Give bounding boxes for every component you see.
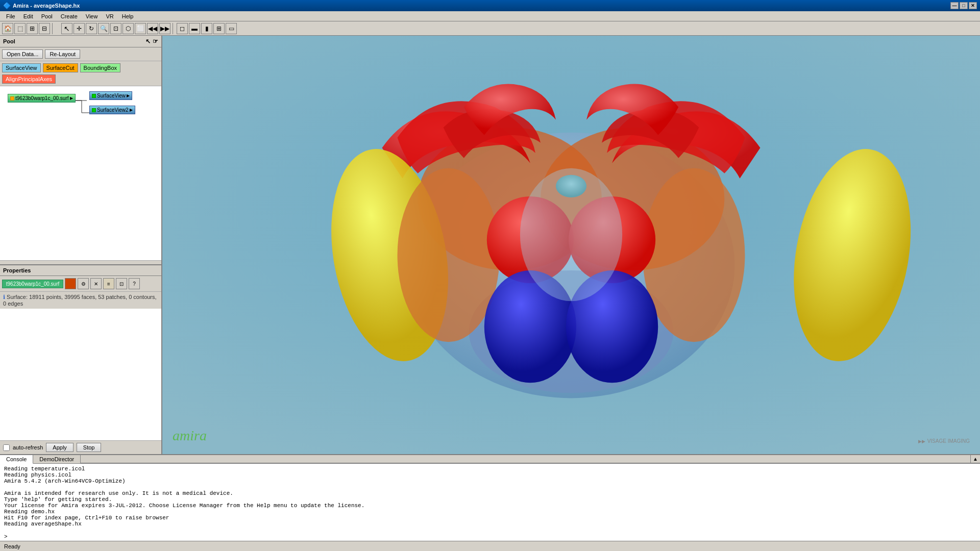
properties-bottom: auto-refresh Apply Stop: [0, 440, 161, 454]
title-bar: 🔷 Amira - averageShape.hx — □ ✕: [0, 0, 980, 11]
console-line-6: Type 'help' for getting started.: [4, 496, 976, 503]
toolbar-nav3-icon[interactable]: ⊟: [39, 23, 50, 34]
toolbar-move-icon[interactable]: ✛: [74, 23, 85, 34]
properties-icon3[interactable]: ≡: [103, 278, 114, 289]
pool-title: Pool: [3, 38, 15, 44]
module-surface-cut[interactable]: SurfaceCut: [43, 63, 78, 72]
toolbar-view-split-h-icon[interactable]: ▬: [189, 23, 200, 34]
console-line-3: Amira 5.4.2 (arch-Win64VC9-Optimize): [4, 478, 976, 484]
module-align-axes[interactable]: AlignPrincipalAxes: [2, 74, 56, 84]
close-button[interactable]: ✕: [969, 2, 977, 9]
title-bar-left: 🔷 Amira - averageShape.hx: [3, 2, 80, 9]
network-node-sv2[interactable]: SurfaceView2 ▶: [89, 106, 135, 114]
pool-scrollbar[interactable]: [0, 260, 161, 264]
pool-modules: SurfaceView SurfaceCut BoundingBox Align…: [0, 61, 161, 86]
status-bar: Ready: [0, 541, 980, 551]
auto-refresh-checkbox[interactable]: [3, 444, 10, 451]
title-bar-controls[interactable]: — □ ✕: [950, 2, 977, 9]
re-layout-button[interactable]: Re-Layout: [45, 49, 80, 59]
pool-hand-icon: ☞: [153, 38, 158, 45]
tab-console[interactable]: Console: [0, 455, 33, 464]
left-panel: Pool ↖ ☞ Open Data... Re-Layout SurfaceV…: [0, 36, 162, 454]
open-data-button[interactable]: Open Data...: [2, 49, 43, 59]
module-surface-view[interactable]: SurfaceView: [2, 63, 41, 72]
menu-view[interactable]: View: [82, 12, 102, 20]
svg-point-18: [520, 168, 622, 301]
properties-help-icon[interactable]: ?: [129, 278, 140, 289]
toolbar-nav2-icon[interactable]: ⊞: [27, 23, 38, 34]
toolbar-view-quad-icon[interactable]: ⊞: [213, 23, 225, 34]
properties-node-name[interactable]: t9623b0warp1c_00.surf: [2, 280, 63, 288]
console-line-10: Reading averageShape.hx: [4, 521, 976, 527]
properties-icon1[interactable]: ⚙: [78, 278, 89, 289]
node-sv1-arrow: ▶: [127, 93, 130, 98]
console-line-7: Your license for Amira expires 3-JUL-201…: [4, 503, 976, 509]
menu-help[interactable]: Help: [118, 12, 138, 20]
visage-brand: ▶▶ VISAGE IMAGING: [918, 438, 970, 444]
app-icon: 🔷: [3, 2, 11, 9]
network-node-sv1[interactable]: SurfaceView ▶: [89, 91, 132, 100]
network-area: t9623b0warp1c_00.surf ▶ SurfaceView ▶: [0, 86, 161, 260]
properties-toolbar: t9623b0warp1c_00.surf ⚙ ✕ ≡ ⊡ ?: [0, 276, 161, 292]
console-input-line: >: [0, 533, 980, 541]
apply-button[interactable]: Apply: [46, 443, 74, 452]
toolbar-fit-icon[interactable]: ⊡: [110, 23, 121, 34]
toolbar-poly-icon[interactable]: ⬡: [122, 23, 134, 34]
console-line-9: Hit F10 for index page, Ctrl+F10 to rais…: [4, 515, 976, 521]
brain-svg: [162, 36, 980, 454]
toolbar-select-icon[interactable]: ↖: [61, 23, 72, 34]
pool-section: Pool ↖ ☞ Open Data... Re-Layout SurfaceV…: [0, 36, 161, 265]
brain-visual: [162, 36, 980, 454]
toolbar-view-split-v-icon[interactable]: ▮: [201, 23, 212, 34]
window-title: Amira - averageShape.hx: [13, 3, 80, 9]
network-node-source[interactable]: t9623b0warp1c_00.surf ▶: [8, 94, 76, 103]
main-toolbar: 🏠 ⬚ ⊞ ⊟ ↖ ✛ ↻ 🔍 ⊡ ⬡ ⬜ ◀◀ ▶▶ ◻ ▬ ▮ ⊞ ▭: [0, 21, 980, 36]
console-content[interactable]: Reading temperature.icol Reading physics…: [0, 464, 980, 533]
toolbar-sep2: [173, 23, 175, 34]
menu-bar: File Edit Pool Create View VR Help: [0, 11, 980, 21]
node-sv1-port: [92, 94, 96, 98]
console-line-5: Amira is intended for research use only.…: [4, 490, 976, 496]
toolbar-home-icon[interactable]: 🏠: [2, 23, 13, 34]
toolbar-nav1-icon[interactable]: ⬚: [14, 23, 26, 34]
menu-create[interactable]: Create: [57, 12, 82, 20]
properties-info-icon: ℹ: [3, 294, 5, 300]
pool-toolbar: Open Data... Re-Layout: [0, 47, 161, 61]
toolbar-fwd-icon[interactable]: ▶▶: [159, 23, 170, 34]
menu-pool[interactable]: Pool: [37, 12, 57, 20]
minimize-button[interactable]: —: [950, 2, 959, 9]
auto-refresh-label: auto-refresh: [13, 444, 43, 450]
node-sv2-port: [92, 108, 96, 112]
viewport[interactable]: amira ▶▶ VISAGE IMAGING: [162, 36, 980, 454]
toolbar-box-icon[interactable]: ⬜: [135, 23, 146, 34]
menu-edit[interactable]: Edit: [19, 12, 37, 20]
maximize-button[interactable]: □: [960, 2, 968, 9]
toolbar-zoom-icon[interactable]: 🔍: [98, 23, 109, 34]
console-scroll-up[interactable]: ▲: [970, 455, 980, 463]
tab-demo-director[interactable]: DemoDirector: [33, 455, 81, 463]
node-arrow-icon: ▶: [70, 96, 73, 101]
node-port-icon: [10, 96, 14, 101]
properties-section: Properties t9623b0warp1c_00.surf ⚙ ✕ ≡ ⊡…: [0, 265, 161, 454]
console-prompt: >: [4, 534, 8, 540]
console-line-1: Reading temperature.icol: [4, 466, 976, 472]
console-line-2: Reading physics.icol: [4, 472, 976, 478]
properties-color-button[interactable]: [65, 278, 76, 289]
properties-icon4[interactable]: ⊡: [116, 278, 127, 289]
toolbar-rotate-icon[interactable]: ↻: [86, 23, 97, 34]
module-bounding-box[interactable]: BoundingBox: [80, 63, 120, 72]
toolbar-view-box-icon[interactable]: ◻: [177, 23, 188, 34]
toolbar-back-icon[interactable]: ◀◀: [147, 23, 158, 34]
properties-icon2[interactable]: ✕: [90, 278, 102, 289]
menu-vr[interactable]: VR: [102, 12, 117, 20]
stop-button[interactable]: Stop: [77, 443, 102, 452]
properties-content: [0, 309, 161, 440]
toolbar-view-full-icon[interactable]: ▭: [226, 23, 237, 34]
console-line-8: Reading demo.hx: [4, 509, 976, 515]
network-connectors: [0, 86, 161, 260]
console-input[interactable]: [11, 534, 886, 540]
status-text: Ready: [4, 543, 20, 549]
menu-file[interactable]: File: [2, 12, 19, 20]
console-area: Console DemoDirector ▲ Reading temperatu…: [0, 454, 980, 541]
properties-info: ℹ Surface: 18911 points, 39995 faces, 53…: [0, 292, 161, 309]
